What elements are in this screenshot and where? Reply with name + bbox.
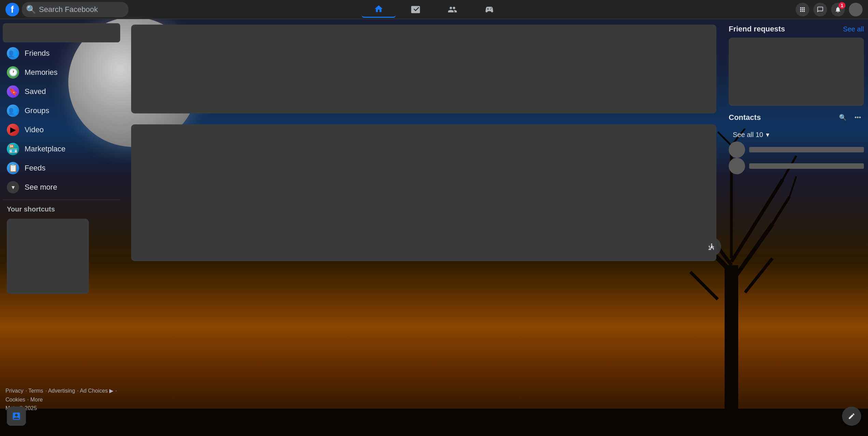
right-panel: Friend requests See all Contacts 🔍 ••• S… xyxy=(725,19,868,436)
memories-icon: 🕐 xyxy=(7,66,19,79)
contact-name-2 xyxy=(749,163,864,169)
saved-icon: 🔖 xyxy=(7,85,19,98)
advertising-link[interactable]: Advertising xyxy=(48,388,75,394)
see-more-icon: ▾ xyxy=(7,181,19,193)
feeds-icon: 📋 xyxy=(7,162,19,174)
chevron-down-icon: ▾ xyxy=(766,131,769,139)
sidebar-item-video[interactable]: ▶ Video xyxy=(3,120,120,139)
marketplace-label: Marketplace xyxy=(25,145,66,153)
friends-label: Friends xyxy=(25,49,50,58)
groups-label: Groups xyxy=(25,106,49,115)
nav-people-button[interactable] xyxy=(435,1,470,18)
memories-label: Memories xyxy=(25,68,58,77)
contacts-search-button[interactable]: 🔍 xyxy=(837,111,849,124)
shortcuts-title: Your shortcuts xyxy=(3,203,120,216)
topnav-center xyxy=(128,1,740,18)
accessibility-button[interactable] xyxy=(702,237,721,256)
sidebar-profile-button[interactable] xyxy=(3,23,120,42)
facebook-logo[interactable]: f xyxy=(5,3,19,16)
groups-icon: 👥 xyxy=(7,105,19,117)
menu-icon-button[interactable] xyxy=(796,3,809,16)
notification-badge: 1 xyxy=(839,2,845,9)
friends-icon: 👥 xyxy=(7,47,19,59)
search-icon: 🔍 xyxy=(26,5,36,14)
sidebar-item-feeds[interactable]: 📋 Feeds xyxy=(3,159,120,178)
main-feed xyxy=(123,19,725,436)
friend-requests-title: Friend requests xyxy=(729,25,785,33)
nav-home-button[interactable] xyxy=(362,1,396,18)
see-more-button[interactable]: ▾ See more xyxy=(3,178,120,197)
feed-card-bottom xyxy=(131,124,716,261)
marketplace-icon: 🏪 xyxy=(7,143,19,155)
more-link[interactable]: More xyxy=(30,397,43,403)
topnav-right: 1 xyxy=(740,3,863,16)
contacts-header: Contacts 🔍 ••• xyxy=(729,111,864,124)
bottom-right-edit-button[interactable] xyxy=(842,407,861,426)
nav-watch-button[interactable] xyxy=(398,1,433,18)
topnav-left: f 🔍 xyxy=(5,2,128,17)
contact-row-1[interactable] xyxy=(729,141,864,158)
shortcut-card[interactable] xyxy=(7,219,89,294)
sidebar-item-saved[interactable]: 🔖 Saved xyxy=(3,82,120,101)
cookies-link[interactable]: Cookies xyxy=(5,397,25,403)
see-all-contacts-button[interactable]: See all 10 ▾ xyxy=(729,128,864,141)
contacts-title: Contacts xyxy=(729,113,761,122)
contact-avatar-1 xyxy=(729,141,745,158)
search-bar[interactable]: 🔍 xyxy=(22,2,128,17)
contact-row-2[interactable] xyxy=(729,158,864,174)
saved-label: Saved xyxy=(25,87,46,96)
video-icon: ▶ xyxy=(7,124,19,136)
ad-choices-link[interactable]: Ad Choices ▶ xyxy=(80,388,113,394)
nav-gaming-button[interactable] xyxy=(472,1,506,18)
sidebar-item-friends[interactable]: 👥 Friends xyxy=(3,44,120,63)
feeds-label: Feeds xyxy=(25,164,45,173)
svg-point-17 xyxy=(711,244,712,245)
search-input[interactable] xyxy=(39,5,124,14)
sidebar-divider xyxy=(3,200,120,200)
contacts-actions: 🔍 ••• xyxy=(837,111,864,124)
friend-requests-header: Friend requests See all xyxy=(729,25,864,33)
sidebar-item-groups[interactable]: 👥 Groups xyxy=(3,101,120,120)
friend-request-card xyxy=(729,38,864,106)
user-avatar[interactable] xyxy=(849,3,863,16)
contact-name-1 xyxy=(749,147,864,152)
messenger-icon-button[interactable] xyxy=(813,3,827,16)
contact-avatar-2 xyxy=(729,158,745,174)
video-label: Video xyxy=(25,125,44,134)
feed-card-top xyxy=(131,25,716,113)
sidebar-item-marketplace[interactable]: 🏪 Marketplace xyxy=(3,139,120,159)
bottom-left-widget[interactable] xyxy=(7,407,26,426)
sidebar-item-memories[interactable]: 🕐 Memories xyxy=(3,63,120,82)
see-all-contacts-label: See all 10 xyxy=(733,131,763,139)
sidebar: 👥 Friends 🕐 Memories 🔖 Saved 👥 Groups ▶ … xyxy=(0,19,123,436)
terms-link[interactable]: Terms xyxy=(28,388,43,394)
contacts-more-button[interactable]: ••• xyxy=(852,111,864,124)
see-more-label: See more xyxy=(25,183,57,192)
topnav: f 🔍 1 xyxy=(0,0,868,19)
see-all-friend-requests-link[interactable]: See all xyxy=(843,25,864,33)
notifications-icon-button[interactable]: 1 xyxy=(831,3,845,16)
privacy-link[interactable]: Privacy xyxy=(5,388,23,394)
